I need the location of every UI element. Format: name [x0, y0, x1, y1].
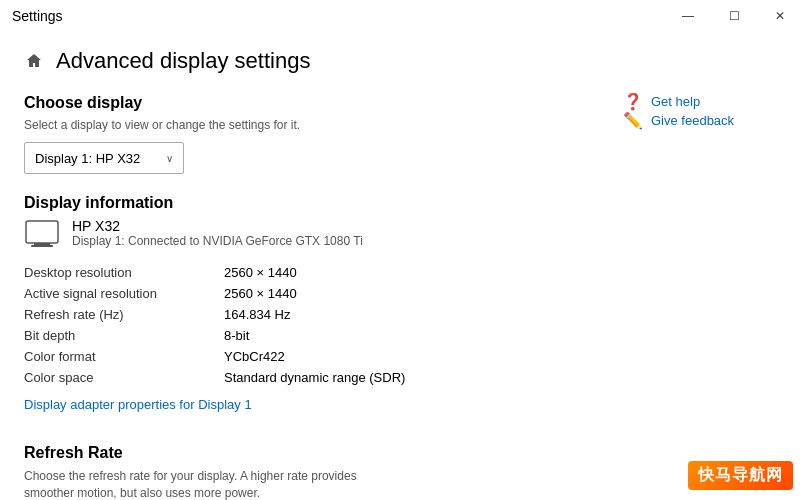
sidebar-link-label: Give feedback — [651, 113, 734, 128]
info-label: Bit depth — [24, 328, 224, 343]
display-info-title: Display information — [24, 194, 579, 212]
info-label: Desktop resolution — [24, 265, 224, 280]
info-value: 2560 × 1440 — [224, 286, 297, 301]
info-label: Active signal resolution — [24, 286, 224, 301]
sidebar-link[interactable]: ❓ Get help — [623, 92, 783, 111]
sidebar-link-icon: ❓ — [623, 92, 643, 111]
home-icon[interactable] — [24, 51, 44, 71]
info-table-row: Refresh rate (Hz) 164.834 Hz — [24, 304, 524, 325]
adapter-properties-link[interactable]: Display adapter properties for Display 1 — [24, 397, 252, 412]
info-table-row: Color space Standard dynamic range (SDR) — [24, 367, 524, 388]
info-label: Refresh rate (Hz) — [24, 307, 224, 322]
watermark: 快马导航网 — [688, 461, 793, 490]
content-area: Advanced display settings Choose display… — [0, 32, 803, 500]
refresh-rate-section: Refresh Rate Choose the refresh rate for… — [24, 444, 579, 500]
display-dropdown-value: Display 1: HP X32 — [35, 151, 140, 166]
choose-display-section: Choose display Select a display to view … — [24, 94, 579, 174]
dropdown-chevron-icon: ∨ — [166, 153, 173, 164]
sidebar-links: ❓ Get help ✏️ Give feedback — [623, 92, 783, 130]
info-value: 8-bit — [224, 328, 249, 343]
close-button[interactable]: ✕ — [757, 0, 803, 32]
info-value: YCbCr422 — [224, 349, 285, 364]
info-table-row: Desktop resolution 2560 × 1440 — [24, 262, 524, 283]
display-dropdown[interactable]: Display 1: HP X32 ∨ — [24, 142, 184, 174]
info-label: Color space — [24, 370, 224, 385]
svg-rect-2 — [31, 245, 53, 247]
title-bar: Settings — ☐ ✕ — [0, 0, 803, 32]
svg-rect-1 — [34, 243, 50, 245]
monitor-info: HP X32 Display 1: Connected to NVIDIA Ge… — [72, 218, 363, 248]
main-content: Advanced display settings Choose display… — [0, 32, 603, 500]
info-value: 164.834 Hz — [224, 307, 291, 322]
refresh-rate-title: Refresh Rate — [24, 444, 579, 462]
info-table: Desktop resolution 2560 × 1440 Active si… — [24, 262, 524, 388]
choose-display-subtitle: Select a display to view or change the s… — [24, 118, 579, 132]
monitor-desc: Display 1: Connected to NVIDIA GeForce G… — [72, 234, 363, 248]
minimize-button[interactable]: — — [665, 0, 711, 32]
window-title: Settings — [12, 8, 63, 24]
sidebar-right: ❓ Get help ✏️ Give feedback — [603, 32, 803, 500]
sidebar-link-icon: ✏️ — [623, 111, 643, 130]
info-value: Standard dynamic range (SDR) — [224, 370, 405, 385]
info-table-row: Bit depth 8-bit — [24, 325, 524, 346]
window-controls: — ☐ ✕ — [665, 0, 803, 32]
svg-rect-0 — [26, 221, 58, 243]
info-table-row: Active signal resolution 2560 × 1440 — [24, 283, 524, 304]
refresh-rate-desc: Choose the refresh rate for your display… — [24, 468, 374, 500]
info-table-row: Color format YCbCr422 — [24, 346, 524, 367]
choose-display-title: Choose display — [24, 94, 579, 112]
monitor-name: HP X32 — [72, 218, 363, 234]
info-label: Color format — [24, 349, 224, 364]
page-title: Advanced display settings — [56, 48, 310, 74]
sidebar-link[interactable]: ✏️ Give feedback — [623, 111, 783, 130]
monitor-row: HP X32 Display 1: Connected to NVIDIA Ge… — [24, 218, 579, 250]
page-header: Advanced display settings — [24, 48, 579, 74]
info-value: 2560 × 1440 — [224, 265, 297, 280]
sidebar-link-label: Get help — [651, 94, 700, 109]
display-info-section: Display information HP X32 Display 1: Co… — [24, 194, 579, 428]
maximize-button[interactable]: ☐ — [711, 0, 757, 32]
monitor-icon — [24, 220, 60, 250]
